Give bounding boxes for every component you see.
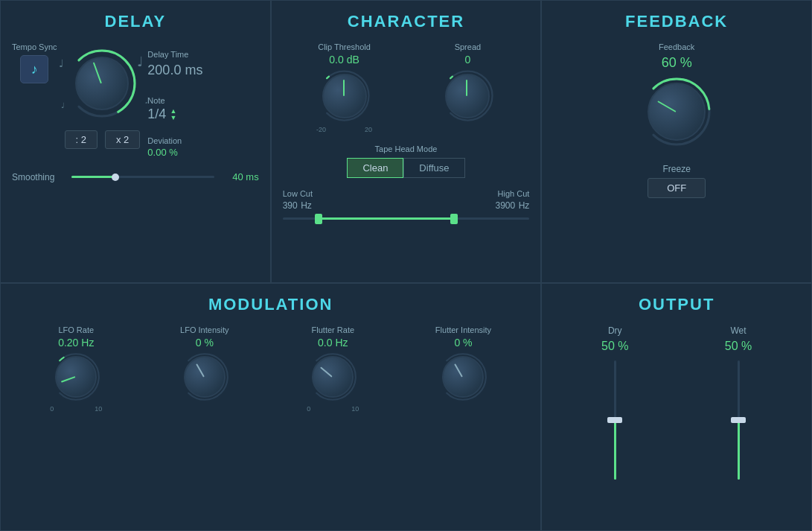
wet-thumb[interactable] bbox=[731, 417, 746, 423]
tape-head-label: Tape Head Mode bbox=[283, 144, 530, 153]
flutter-rate-label: Flutter Rate bbox=[312, 325, 354, 334]
deviation-label: Deviation bbox=[147, 136, 182, 145]
low-cut-unit: Hz bbox=[301, 200, 312, 211]
lfo-rate-label: LFO Rate bbox=[58, 325, 94, 334]
character-section: CHARACTER Clip Threshold 0.0 dB bbox=[271, 0, 542, 283]
clip-threshold-label: Clip Threshold bbox=[318, 42, 371, 51]
flutter-intensity-label: Flutter Intensity bbox=[435, 325, 491, 334]
clip-threshold-group: Clip Threshold 0.0 dB -20 20 bbox=[316, 42, 372, 133]
output-title: OUTPUT bbox=[553, 295, 800, 314]
eq-thumb-high[interactable] bbox=[450, 214, 458, 224]
lfo-rate-knob[interactable] bbox=[50, 351, 102, 403]
flutter-range-low: 0 bbox=[307, 405, 310, 413]
spread-group: Spread 0 bbox=[440, 42, 496, 133]
flutter-rate-group: Flutter Rate 0.0 Hz 0 10 bbox=[307, 325, 359, 413]
wet-fader-group: Wet 50 % bbox=[725, 325, 752, 483]
note-value: 1/4 bbox=[147, 106, 166, 122]
smoothing-value: 40 ms bbox=[222, 171, 259, 182]
spinner-down[interactable]: ▼ bbox=[170, 115, 176, 121]
dry-value: 50 % bbox=[601, 340, 628, 353]
wet-fader[interactable] bbox=[738, 360, 740, 480]
lfo-range-low: 0 bbox=[50, 405, 54, 413]
delay-time-knob[interactable]: ♩ ♩ 𝅗𝅥 ♩ bbox=[65, 46, 139, 121]
note-deco-4: ♩ bbox=[61, 101, 65, 109]
freeze-label: Freeze bbox=[662, 164, 690, 174]
tempo-sync-button[interactable]: ♪ bbox=[20, 55, 48, 83]
feedback-knob[interactable] bbox=[639, 74, 714, 149]
flutter-rate-knob[interactable] bbox=[307, 351, 359, 403]
delay-time-label: Delay Time bbox=[147, 50, 188, 59]
multiply-button[interactable]: x 2 bbox=[105, 130, 140, 149]
freeze-button[interactable]: OFF bbox=[648, 178, 706, 198]
flutter-intensity-knob[interactable] bbox=[437, 351, 489, 403]
low-cut-value: 390 Hz bbox=[283, 198, 313, 212]
high-cut-label: High Cut bbox=[496, 189, 530, 198]
dry-fader[interactable] bbox=[614, 360, 616, 480]
high-cut-value: 3900 Hz bbox=[496, 198, 530, 212]
lfo-range-high: 10 bbox=[95, 405, 102, 413]
clip-range-low: -20 bbox=[316, 126, 326, 133]
wet-value: 50 % bbox=[725, 340, 752, 353]
clip-range-high: 20 bbox=[365, 126, 372, 133]
lfo-intensity-label: LFO Intensity bbox=[180, 325, 228, 334]
tempo-sync-label: Tempo Sync bbox=[12, 42, 57, 51]
modulation-section: MODULATION LFO Rate 0.20 Hz bbox=[0, 283, 541, 532]
music-note-icon: ♪ bbox=[31, 62, 38, 77]
delay-title: DELAY bbox=[12, 12, 259, 31]
modulation-title: MODULATION bbox=[12, 295, 529, 314]
eq-slider[interactable] bbox=[283, 217, 530, 220]
smoothing-slider[interactable] bbox=[71, 176, 214, 178]
delay-section: DELAY Tempo Sync ♪ bbox=[0, 0, 271, 283]
feedback-title: FEEDBACK bbox=[553, 12, 800, 31]
dry-fader-group: Dry 50 % bbox=[601, 325, 628, 483]
dry-thumb[interactable] bbox=[607, 417, 622, 423]
dry-label: Dry bbox=[608, 325, 622, 336]
note-label: Note bbox=[147, 96, 164, 105]
feedback-label: Feedback bbox=[659, 42, 694, 51]
deviation-value: 0.00 % bbox=[147, 147, 182, 158]
spread-knob[interactable] bbox=[440, 68, 496, 124]
high-cut-unit: Hz bbox=[519, 200, 530, 211]
note-deco-1: ♩ bbox=[59, 57, 64, 69]
flutter-range-high: 10 bbox=[351, 405, 359, 413]
lfo-intensity-knob[interactable] bbox=[179, 351, 231, 403]
note-spinner[interactable]: ▲ ▼ bbox=[170, 108, 176, 121]
character-title: CHARACTER bbox=[283, 12, 530, 31]
lfo-intensity-group: LFO Intensity 0 % bbox=[179, 325, 231, 403]
feedback-section: FEEDBACK Feedback 60 % Freeze OFF bbox=[541, 0, 812, 283]
delay-time-value: 200.0 ms bbox=[147, 63, 202, 78]
clip-threshold-knob[interactable] bbox=[316, 68, 372, 124]
low-cut-label: Low Cut bbox=[283, 189, 313, 198]
wet-label: Wet bbox=[731, 325, 747, 336]
smoothing-label: Smoothing bbox=[12, 172, 64, 182]
spread-label: Spread bbox=[455, 42, 481, 51]
flutter-intensity-group: Flutter Intensity 0 % bbox=[435, 325, 491, 403]
eq-thumb-low[interactable] bbox=[315, 214, 322, 224]
mode-diffuse-button[interactable]: Diffuse bbox=[403, 158, 464, 178]
output-section: OUTPUT Dry 50 % Wet 50 % bbox=[541, 283, 812, 532]
divide-button[interactable]: : 2 bbox=[65, 130, 97, 149]
mode-clean-button[interactable]: Clean bbox=[347, 158, 403, 178]
lfo-rate-group: LFO Rate 0.20 Hz 0 10 bbox=[50, 325, 102, 413]
